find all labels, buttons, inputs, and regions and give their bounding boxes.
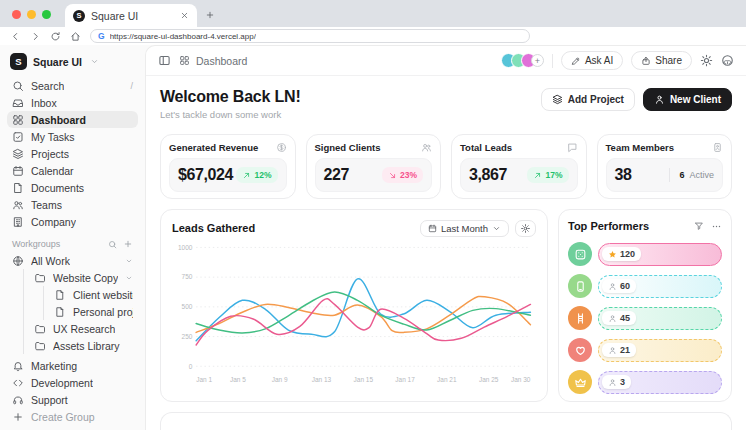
sidebar-footer-nav: MarketingDevelopmentSupport: [7, 357, 138, 408]
sidebar-item-inbox[interactable]: Inbox: [7, 94, 138, 111]
workgroup-item-all-work[interactable]: All Work: [7, 252, 138, 269]
sidebar-item-search[interactable]: Search/: [7, 77, 138, 94]
workgroup-item-client-website[interactable]: Client website: [7, 286, 138, 303]
workgroups-tree: All WorkWebsite CopyClient websitePerson…: [7, 252, 138, 354]
workgroups-label: Workgroups: [12, 239, 60, 249]
new-client-button[interactable]: New Client: [643, 88, 732, 111]
sidebar-item-company[interactable]: Company: [7, 213, 138, 230]
add-project-button[interactable]: Add Project: [541, 88, 635, 111]
sidebar-item-development[interactable]: Development: [7, 374, 138, 391]
workgroup-item-website-copy[interactable]: Website Copy: [7, 269, 138, 286]
reload-icon[interactable]: [50, 31, 61, 42]
svg-text:Jan 21: Jan 21: [437, 376, 457, 383]
ask-ai-button[interactable]: Ask AI: [561, 51, 623, 70]
chevron-down-icon[interactable]: [125, 257, 133, 265]
stat-value: 38: [615, 166, 632, 184]
workgroups-search-icon[interactable]: [108, 240, 117, 249]
svg-text:Jan 17: Jan 17: [395, 376, 415, 383]
github-icon[interactable]: [721, 54, 734, 67]
back-icon[interactable]: [10, 31, 21, 42]
forward-icon[interactable]: [30, 31, 41, 42]
inbox-icon: [12, 97, 24, 109]
app: S Square UI Search/InboxDashboardMy Task…: [0, 45, 746, 430]
workspace-switcher[interactable]: S Square UI: [7, 50, 138, 77]
leads-gathered-card: Leads Gathered Last Month: [160, 209, 548, 402]
plus-icon: [12, 411, 24, 423]
search-shortcut: /: [130, 81, 133, 91]
add-member-button[interactable]: +: [531, 54, 544, 67]
google-favicon: G: [98, 32, 105, 41]
trend-up-badge: 17%: [527, 167, 568, 183]
workgroups-header: Workgroups: [7, 239, 138, 252]
sidebar-item-marketing[interactable]: Marketing: [7, 357, 138, 374]
breadcrumb-grid-icon: [179, 55, 190, 66]
theme-toggle-icon[interactable]: [700, 54, 713, 67]
svg-text:Jan 5: Jan 5: [230, 376, 246, 383]
date-range-selector[interactable]: Last Month: [420, 220, 509, 237]
new-tab-button[interactable]: [205, 10, 215, 20]
topbar: Dashboard + Ask AI Share: [146, 46, 746, 76]
tab-close-icon[interactable]: [180, 11, 189, 20]
people-icon: [421, 142, 432, 153]
globe-icon: [12, 255, 24, 267]
workgroups-add-icon[interactable]: [123, 239, 133, 249]
svg-text:250: 250: [182, 333, 193, 340]
tab-title: Square UI: [91, 10, 174, 22]
stat-card-signed-clients: Signed Clients22723%: [306, 134, 442, 199]
file-icon: [54, 306, 66, 318]
chevron-down-icon[interactable]: [125, 274, 133, 282]
window-minimize-button[interactable]: [27, 10, 36, 19]
svg-text:Jan 25: Jan 25: [479, 376, 499, 383]
welcome-section: Welcome Back LN! Let's tackle down some …: [160, 88, 732, 120]
workgroup-item-personal-project[interactable]: Personal project: [7, 303, 138, 320]
url-bar[interactable]: G https://square-ui-dashboard-4.vercel.a…: [90, 29, 530, 43]
active-count: 6Active: [669, 168, 714, 182]
calendar-icon: [428, 224, 437, 233]
stat-label: Generated Revenue: [169, 142, 258, 153]
stat-value: 3,867: [469, 166, 507, 184]
sidebar-item-my-tasks[interactable]: My Tasks: [7, 128, 138, 145]
performer-row[interactable]: 3: [568, 370, 722, 394]
code-icon: [12, 377, 24, 389]
tab-favicon: S: [73, 10, 85, 22]
sidebar-item-documents[interactable]: Documents: [7, 179, 138, 196]
window-zoom-button[interactable]: [42, 10, 51, 19]
chart-settings-button[interactable]: [515, 220, 536, 237]
share-button[interactable]: Share: [631, 51, 692, 70]
more-options-icon[interactable]: [711, 221, 722, 232]
sidebar-item-dashboard[interactable]: Dashboard: [7, 111, 138, 128]
trendUp-icon: [242, 171, 251, 180]
chevron-down-icon: [90, 57, 99, 66]
performer-row[interactable]: 21: [568, 338, 722, 362]
sidebar-item-calendar[interactable]: Calendar: [7, 162, 138, 179]
home-icon[interactable]: [70, 31, 81, 42]
sidebar-item-teams[interactable]: Teams: [7, 196, 138, 213]
performer-badge: 45: [602, 311, 636, 325]
browser-tab[interactable]: S Square UI: [65, 4, 197, 27]
sidebar-item-support[interactable]: Support: [7, 391, 138, 408]
svg-text:Jan 30: Jan 30: [511, 376, 531, 383]
sidebar-item-projects[interactable]: Projects: [7, 145, 138, 162]
ladder-avatar: [568, 306, 592, 330]
window-close-button[interactable]: [12, 10, 21, 19]
tab-strip: S Square UI: [0, 0, 746, 27]
filter-icon[interactable]: [694, 221, 704, 231]
breadcrumb: Dashboard: [196, 55, 247, 67]
search-icon: [12, 80, 24, 92]
browser-window: S Square UI G https://square-ui-dashboar…: [0, 0, 746, 430]
workgroup-item-assets-library[interactable]: Assets Library: [7, 337, 138, 354]
person-icon: [654, 94, 665, 105]
performer-row[interactable]: 45: [568, 306, 722, 330]
performer-row[interactable]: 60: [568, 274, 722, 298]
svg-text:1000: 1000: [178, 244, 193, 251]
stat-label: Signed Clients: [315, 142, 381, 153]
sidebar-toggle-icon[interactable]: [158, 54, 171, 67]
workgroup-item-ux-research[interactable]: UX Research: [7, 320, 138, 337]
folder-icon: [34, 323, 46, 335]
performer-row[interactable]: 120: [568, 242, 722, 266]
create-group-button[interactable]: Create Group: [7, 408, 138, 425]
divider: [552, 54, 553, 68]
stat-label: Total Leads: [460, 142, 512, 153]
folder-icon: [34, 272, 46, 284]
dice-avatar: [568, 242, 592, 266]
